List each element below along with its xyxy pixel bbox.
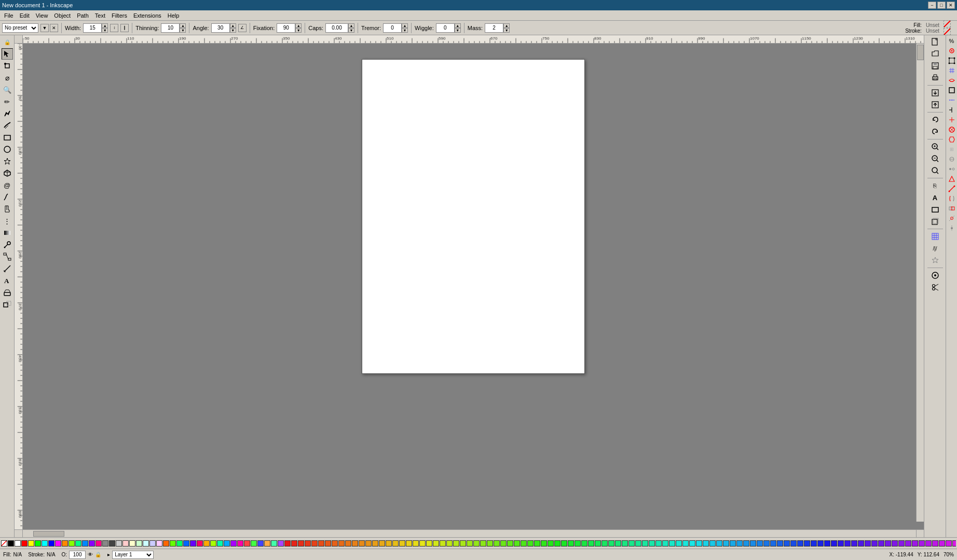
color-swatch[interactable] <box>271 540 277 547</box>
caps-input[interactable] <box>325 23 348 33</box>
color-swatch[interactable] <box>494 540 500 547</box>
color-swatch[interactable] <box>372 540 378 547</box>
color-swatch[interactable] <box>838 540 844 547</box>
rect-tool[interactable] <box>2 132 13 143</box>
color-swatch[interactable] <box>925 540 932 547</box>
color-swatch[interactable] <box>433 540 439 547</box>
color-swatch[interactable] <box>554 540 560 547</box>
measure-tool[interactable] <box>2 263 13 274</box>
color-swatch[interactable] <box>149 540 156 547</box>
snap-toggle7[interactable] <box>947 164 956 174</box>
color-swatch[interactable] <box>318 540 324 547</box>
width-input[interactable] <box>83 23 102 33</box>
color-swatch[interactable] <box>696 540 702 547</box>
color-swatch[interactable] <box>541 540 547 547</box>
snap-nodes[interactable] <box>947 46 956 55</box>
color-swatch[interactable] <box>453 540 459 547</box>
color-swatch[interactable] <box>15 540 21 547</box>
color-swatch[interactable] <box>332 540 338 547</box>
tremor-down[interactable]: ▼ <box>402 28 408 33</box>
color-swatch[interactable] <box>48 540 54 547</box>
color-swatch[interactable] <box>939 540 945 547</box>
color-swatch[interactable] <box>69 540 75 547</box>
color-swatch[interactable] <box>217 540 223 547</box>
color-swatch[interactable] <box>790 540 797 547</box>
node-tool[interactable] <box>2 60 13 72</box>
rpanel-doc-props[interactable] <box>927 270 944 281</box>
rpanel-grid[interactable] <box>927 231 944 242</box>
rpanel-export[interactable] <box>927 99 944 110</box>
color-swatch[interactable] <box>116 540 122 547</box>
pen-tool[interactable] <box>2 108 13 119</box>
pencil2-tool[interactable] <box>2 191 13 203</box>
color-swatch[interactable] <box>122 540 129 547</box>
dropper-tool[interactable] <box>2 239 13 250</box>
mass-input[interactable] <box>485 23 503 33</box>
mass-up[interactable]: ▲ <box>503 23 510 28</box>
color-swatch[interactable] <box>224 540 230 547</box>
fixation-down[interactable]: ▼ <box>295 28 302 33</box>
lock-guides-btn[interactable]: 🔒 <box>2 36 13 48</box>
color-swatch[interactable] <box>365 540 372 547</box>
color-swatch[interactable] <box>655 540 662 547</box>
color-swatch[interactable] <box>42 540 48 547</box>
color-swatch[interactable] <box>568 540 574 547</box>
color-swatch[interactable] <box>345 540 351 547</box>
color-swatch[interactable] <box>278 540 284 547</box>
menu-object[interactable]: Object <box>51 11 74 20</box>
menu-text[interactable]: Text <box>92 11 108 20</box>
menu-help[interactable]: Help <box>165 11 183 20</box>
color-swatch[interactable] <box>703 540 709 547</box>
fill-swatch[interactable] <box>944 20 951 27</box>
color-swatch[interactable] <box>8 540 14 547</box>
color-swatch[interactable] <box>386 540 392 547</box>
color-swatch[interactable] <box>183 540 189 547</box>
eye-icon[interactable]: 👁 <box>88 552 93 557</box>
color-swatch[interactable] <box>730 540 736 547</box>
snap-bbox[interactable] <box>947 56 956 65</box>
color-swatch[interactable] <box>467 540 473 547</box>
wiggle-input[interactable] <box>436 23 455 33</box>
horizontal-scrollbar[interactable] <box>15 529 924 537</box>
color-swatch[interactable] <box>797 540 803 547</box>
rpanel-open[interactable] <box>927 48 944 60</box>
color-swatch[interactable] <box>777 540 783 547</box>
color-swatch[interactable] <box>136 540 142 547</box>
color-swatch[interactable] <box>446 540 453 547</box>
color-swatch[interactable] <box>919 540 925 547</box>
tweak-tool[interactable]: ⌀ <box>2 72 13 83</box>
pencil-tool[interactable]: ✏ <box>2 96 13 107</box>
rpanel-star[interactable] <box>927 255 944 266</box>
color-swatch[interactable] <box>750 540 756 547</box>
color-swatch[interactable] <box>649 540 655 547</box>
color-swatch[interactable] <box>682 540 689 547</box>
snap-enable[interactable]: % <box>947 36 956 46</box>
color-swatch[interactable] <box>642 540 648 547</box>
color-swatch[interactable] <box>527 540 534 547</box>
color-swatch[interactable] <box>804 540 810 547</box>
color-swatch[interactable] <box>257 540 264 547</box>
color-swatch[interactable] <box>230 540 237 547</box>
tremor-input[interactable] <box>383 23 402 33</box>
color-swatch[interactable] <box>419 540 426 547</box>
3dbox-tool[interactable] <box>2 167 13 179</box>
rpanel-print[interactable] <box>927 72 944 83</box>
width-down[interactable]: ▼ <box>102 28 108 33</box>
color-swatch[interactable] <box>399 540 405 547</box>
maximize-button[interactable]: □ <box>937 2 946 9</box>
snap-toggle11[interactable] <box>947 204 956 213</box>
color-swatch[interactable] <box>521 540 527 547</box>
color-swatch[interactable] <box>608 540 614 547</box>
layer-dropdown[interactable]: Layer 1 <box>112 551 154 559</box>
color-swatch[interactable] <box>163 540 169 547</box>
color-swatch[interactable] <box>723 540 729 547</box>
color-swatch[interactable] <box>298 540 304 547</box>
color-swatch[interactable] <box>622 540 628 547</box>
menu-view[interactable]: View <box>33 11 51 20</box>
color-swatch[interactable] <box>676 540 682 547</box>
snap-toggle5[interactable]: ⊞ <box>947 145 956 154</box>
vscroll-thumb[interactable] <box>917 45 924 60</box>
color-swatch[interactable] <box>284 540 291 547</box>
minimize-button[interactable]: − <box>928 2 936 9</box>
color-swatch[interactable] <box>898 540 905 547</box>
